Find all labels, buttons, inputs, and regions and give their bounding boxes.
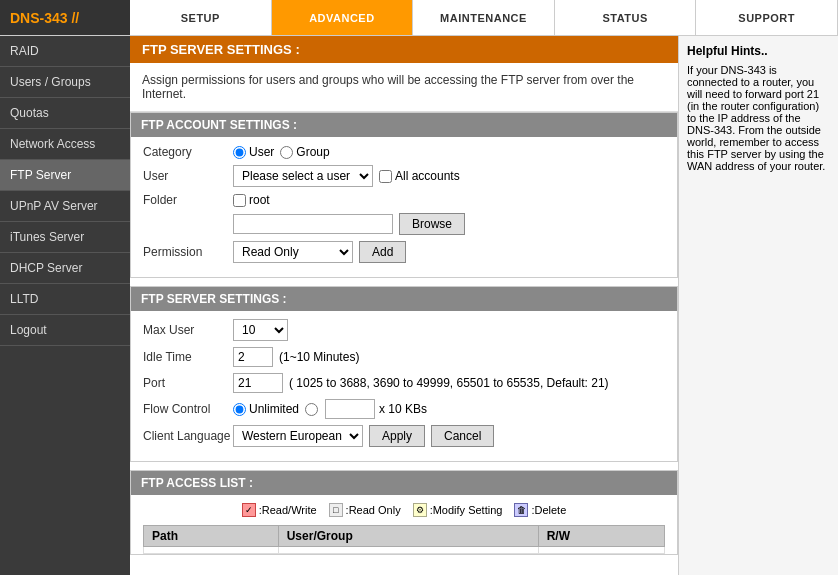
legend-row: ✓ :Read/Write □ :Read Only ⚙ :Modify Set… — [131, 495, 677, 525]
tab-support[interactable]: SUPPORT — [696, 0, 838, 35]
legend-del: 🗑 :Delete — [514, 503, 566, 517]
legend-rw-label: :Read/Write — [259, 504, 317, 516]
folder-root-text: root — [249, 193, 270, 207]
browse-row: Browse — [143, 213, 665, 235]
flow-control-control: Unlimited x 10 KBs — [233, 399, 427, 419]
sidebar-item-logout[interactable]: Logout — [0, 315, 130, 346]
ftp-server-settings-header: FTP SERVER SETTINGS : — [130, 36, 678, 63]
folder-path-input[interactable] — [233, 214, 393, 234]
table-row — [144, 547, 665, 554]
category-row: Category User Group — [143, 145, 665, 159]
port-label: Port — [143, 376, 233, 390]
tab-setup[interactable]: SETUP — [130, 0, 272, 35]
content-area: FTP SERVER SETTINGS : Assign permissions… — [130, 36, 678, 575]
ftp-access-list-header: FTP ACCESS LIST : — [131, 471, 677, 495]
sidebar: RAID Users / Groups Quotas Network Acces… — [0, 36, 130, 575]
folder-root-label[interactable]: root — [233, 193, 270, 207]
flow-x10kb-text: x 10 KBs — [379, 402, 427, 416]
client-lang-select[interactable]: Western European — [233, 425, 363, 447]
legend-rw: ✓ :Read/Write — [242, 503, 317, 517]
legend-ms-icon: ⚙ — [413, 503, 427, 517]
all-accounts-label[interactable]: All accounts — [379, 169, 460, 183]
nav-tabs: SETUP ADVANCED MAINTENANCE STATUS SUPPOR… — [130, 0, 838, 35]
user-row: User Please select a user All accounts — [143, 165, 665, 187]
logo-text: DNS-343 // — [10, 10, 79, 26]
browse-control: Browse — [233, 213, 465, 235]
table-cell-path — [144, 547, 279, 554]
flow-custom-radio[interactable] — [305, 403, 318, 416]
client-lang-label: Client Language — [143, 429, 233, 443]
legend-ms-label: :Modify Setting — [430, 504, 503, 516]
sidebar-item-network-access[interactable]: Network Access — [0, 129, 130, 160]
access-table: Path User/Group R/W — [143, 525, 665, 554]
folder-root-checkbox[interactable] — [233, 194, 246, 207]
cancel-button[interactable]: Cancel — [431, 425, 494, 447]
tab-status[interactable]: STATUS — [555, 0, 697, 35]
all-accounts-checkbox[interactable] — [379, 170, 392, 183]
flow-unlimited-radio[interactable] — [233, 403, 246, 416]
access-table-usergroup-header: User/Group — [278, 526, 538, 547]
port-row: Port ( 1025 to 3688, 3690 to 49999, 6550… — [143, 373, 665, 393]
category-user-text: User — [249, 145, 274, 159]
flow-custom-input[interactable] — [325, 399, 375, 419]
idle-time-input[interactable] — [233, 347, 273, 367]
category-user-label[interactable]: User — [233, 145, 274, 159]
category-group-label[interactable]: Group — [280, 145, 329, 159]
max-user-label: Max User — [143, 323, 233, 337]
ftp-server-sub-header: FTP SERVER SETTINGS : — [131, 287, 677, 311]
intro-text: Assign permissions for users and groups … — [130, 63, 678, 112]
category-group-radio[interactable] — [280, 146, 293, 159]
sidebar-item-users-groups[interactable]: Users / Groups — [0, 67, 130, 98]
browse-button[interactable]: Browse — [399, 213, 465, 235]
folder-label: Folder — [143, 193, 233, 207]
legend-ms: ⚙ :Modify Setting — [413, 503, 503, 517]
sidebar-item-lltd[interactable]: LLTD — [0, 284, 130, 315]
flow-unlimited-text: Unlimited — [249, 402, 299, 416]
hints-text: If your DNS-343 is connected to a router… — [687, 64, 830, 172]
legend-ro: □ :Read Only — [329, 503, 401, 517]
tab-maintenance[interactable]: MAINTENANCE — [413, 0, 555, 35]
permission-select[interactable]: Read Only — [233, 241, 353, 263]
permission-row: Permission Read Only Add — [143, 241, 665, 263]
user-control: Please select a user All accounts — [233, 165, 460, 187]
permission-label: Permission — [143, 245, 233, 259]
ftp-server-section: FTP SERVER SETTINGS : Max User 10 Idle T… — [130, 286, 678, 462]
sidebar-item-upnp[interactable]: UPnP AV Server — [0, 191, 130, 222]
port-input[interactable] — [233, 373, 283, 393]
access-table-path-header: Path — [144, 526, 279, 547]
category-label: Category — [143, 145, 233, 159]
ftp-account-section: FTP ACCOUNT SETTINGS : Category User Gro… — [130, 112, 678, 278]
folder-row: Folder root — [143, 193, 665, 207]
sidebar-item-ftp-server[interactable]: FTP Server — [0, 160, 130, 191]
port-control: ( 1025 to 3688, 3690 to 49999, 65501 to … — [233, 373, 609, 393]
flow-control-row: Flow Control Unlimited x 10 KBs — [143, 399, 665, 419]
max-user-row: Max User 10 — [143, 319, 665, 341]
all-accounts-text: All accounts — [395, 169, 460, 183]
legend-del-label: :Delete — [531, 504, 566, 516]
apply-button[interactable]: Apply — [369, 425, 425, 447]
category-user-radio[interactable] — [233, 146, 246, 159]
sidebar-item-raid[interactable]: RAID — [0, 36, 130, 67]
hints-title: Helpful Hints.. — [687, 44, 830, 58]
sidebar-item-quotas[interactable]: Quotas — [0, 98, 130, 129]
idle-time-row: Idle Time (1~10 Minutes) — [143, 347, 665, 367]
sidebar-item-dhcp[interactable]: DHCP Server — [0, 253, 130, 284]
legend-ro-label: :Read Only — [346, 504, 401, 516]
tab-advanced[interactable]: ADVANCED — [272, 0, 414, 35]
client-lang-row: Client Language Western European Apply C… — [143, 425, 665, 447]
user-select[interactable]: Please select a user — [233, 165, 373, 187]
idle-time-label: Idle Time — [143, 350, 233, 364]
max-user-select[interactable]: 10 — [233, 319, 288, 341]
logo: DNS-343 // — [0, 0, 130, 35]
idle-time-control: (1~10 Minutes) — [233, 347, 359, 367]
client-lang-control: Western European Apply Cancel — [233, 425, 494, 447]
flow-unlimited-label[interactable]: Unlimited — [233, 402, 299, 416]
category-group-text: Group — [296, 145, 329, 159]
table-cell-usergroup — [278, 547, 538, 554]
ftp-access-list-section: FTP ACCESS LIST : ✓ :Read/Write □ :Read … — [130, 470, 678, 555]
flow-custom-label[interactable]: x 10 KBs — [305, 399, 427, 419]
max-user-control: 10 — [233, 319, 288, 341]
add-button[interactable]: Add — [359, 241, 406, 263]
sidebar-item-itunes[interactable]: iTunes Server — [0, 222, 130, 253]
permission-control: Read Only Add — [233, 241, 406, 263]
